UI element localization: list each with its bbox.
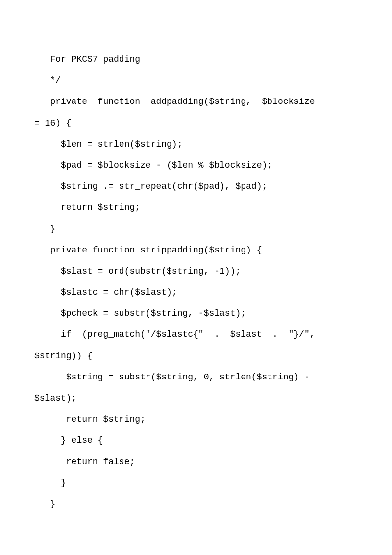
code-line: private function addpadding($string, $bl…: [34, 91, 358, 112]
code-line: $slastc = chr($slast);: [34, 282, 358, 303]
code-line: return $string;: [34, 197, 358, 218]
code-line: private function strippadding($string) {: [34, 240, 358, 261]
code-line: } else {: [34, 430, 358, 451]
code-line: $string = substr($string, 0, strlen($str…: [34, 367, 358, 388]
code-line: $string .= str_repeat(chr($pad), $pad);: [34, 176, 358, 197]
code-line: }: [34, 219, 358, 240]
code-line: }: [34, 494, 358, 515]
code-line: return false;: [34, 452, 358, 473]
code-line: $pcheck = substr($string, -$slast);: [34, 303, 358, 324]
code-line: = 16) {: [34, 113, 358, 134]
code-line: }: [34, 473, 358, 494]
code-line: $slast);: [34, 388, 358, 409]
code-line: $string)) {: [34, 346, 358, 367]
code-line: $len = strlen($string);: [34, 134, 358, 155]
code-line: */: [34, 70, 358, 91]
code-line: For PKCS7 padding: [34, 49, 358, 70]
code-line: return $string;: [34, 409, 358, 430]
code-line: $pad = $blocksize - ($len % $blocksize);: [34, 155, 358, 176]
code-line: if (preg_match("/$slastc{" . $slast . "}…: [34, 324, 358, 345]
code-page: For PKCS7 padding */ private function ad…: [0, 0, 392, 555]
code-line: $slast = ord(substr($string, -1));: [34, 261, 358, 282]
